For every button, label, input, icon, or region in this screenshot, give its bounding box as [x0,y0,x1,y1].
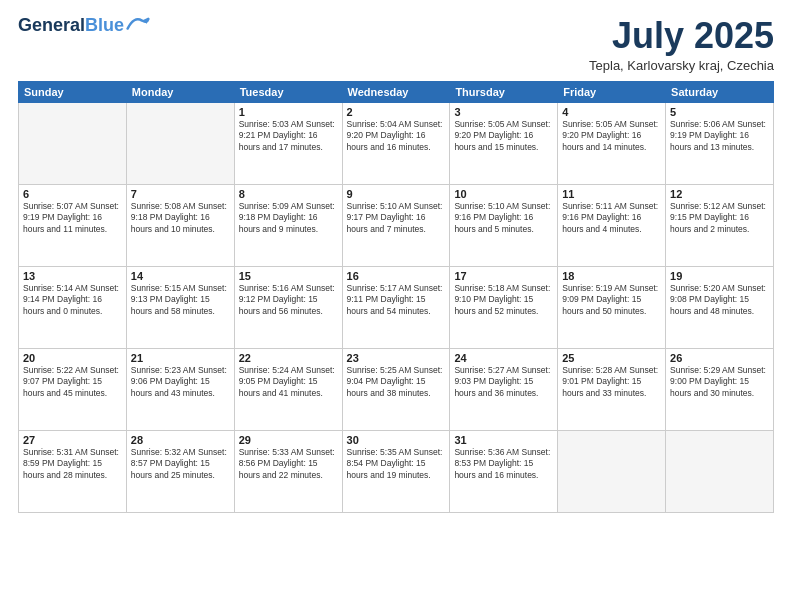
col-monday: Monday [126,81,234,102]
day-info: Sunrise: 5:08 AM Sunset: 9:18 PM Dayligh… [131,201,230,235]
calendar-cell: 9Sunrise: 5:10 AM Sunset: 9:17 PM Daylig… [342,184,450,266]
calendar-cell: 11Sunrise: 5:11 AM Sunset: 9:16 PM Dayli… [558,184,666,266]
day-info: Sunrise: 5:15 AM Sunset: 9:13 PM Dayligh… [131,283,230,317]
day-info: Sunrise: 5:07 AM Sunset: 9:19 PM Dayligh… [23,201,122,235]
calendar-cell: 2Sunrise: 5:04 AM Sunset: 9:20 PM Daylig… [342,102,450,184]
logo-icon [126,13,150,33]
day-info: Sunrise: 5:22 AM Sunset: 9:07 PM Dayligh… [23,365,122,399]
day-number: 29 [239,434,338,446]
calendar-cell: 14Sunrise: 5:15 AM Sunset: 9:13 PM Dayli… [126,266,234,348]
day-info: Sunrise: 5:09 AM Sunset: 9:18 PM Dayligh… [239,201,338,235]
day-number: 3 [454,106,553,118]
day-info: Sunrise: 5:17 AM Sunset: 9:11 PM Dayligh… [347,283,446,317]
col-tuesday: Tuesday [234,81,342,102]
calendar-cell: 27Sunrise: 5:31 AM Sunset: 8:59 PM Dayli… [19,430,127,512]
day-number: 16 [347,270,446,282]
day-info: Sunrise: 5:03 AM Sunset: 9:21 PM Dayligh… [239,119,338,153]
day-info: Sunrise: 5:28 AM Sunset: 9:01 PM Dayligh… [562,365,661,399]
day-number: 1 [239,106,338,118]
calendar-cell: 19Sunrise: 5:20 AM Sunset: 9:08 PM Dayli… [666,266,774,348]
day-info: Sunrise: 5:31 AM Sunset: 8:59 PM Dayligh… [23,447,122,481]
calendar-week-1: 1Sunrise: 5:03 AM Sunset: 9:21 PM Daylig… [19,102,774,184]
calendar-cell: 7Sunrise: 5:08 AM Sunset: 9:18 PM Daylig… [126,184,234,266]
calendar-table: Sunday Monday Tuesday Wednesday Thursday… [18,81,774,513]
day-number: 20 [23,352,122,364]
day-number: 12 [670,188,769,200]
calendar-cell: 16Sunrise: 5:17 AM Sunset: 9:11 PM Dayli… [342,266,450,348]
day-number: 15 [239,270,338,282]
day-number: 26 [670,352,769,364]
day-info: Sunrise: 5:19 AM Sunset: 9:09 PM Dayligh… [562,283,661,317]
calendar-cell: 21Sunrise: 5:23 AM Sunset: 9:06 PM Dayli… [126,348,234,430]
day-info: Sunrise: 5:10 AM Sunset: 9:16 PM Dayligh… [454,201,553,235]
calendar-cell: 5Sunrise: 5:06 AM Sunset: 9:19 PM Daylig… [666,102,774,184]
col-wednesday: Wednesday [342,81,450,102]
day-number: 25 [562,352,661,364]
col-sunday: Sunday [19,81,127,102]
day-number: 10 [454,188,553,200]
calendar-cell: 15Sunrise: 5:16 AM Sunset: 9:12 PM Dayli… [234,266,342,348]
calendar-week-5: 27Sunrise: 5:31 AM Sunset: 8:59 PM Dayli… [19,430,774,512]
calendar-week-4: 20Sunrise: 5:22 AM Sunset: 9:07 PM Dayli… [19,348,774,430]
calendar-cell [126,102,234,184]
calendar-cell [19,102,127,184]
title-block: July 2025 Tepla, Karlovarsky kraj, Czech… [589,16,774,73]
day-number: 28 [131,434,230,446]
calendar-cell: 25Sunrise: 5:28 AM Sunset: 9:01 PM Dayli… [558,348,666,430]
day-info: Sunrise: 5:27 AM Sunset: 9:03 PM Dayligh… [454,365,553,399]
calendar-cell: 23Sunrise: 5:25 AM Sunset: 9:04 PM Dayli… [342,348,450,430]
day-number: 17 [454,270,553,282]
day-number: 21 [131,352,230,364]
day-info: Sunrise: 5:24 AM Sunset: 9:05 PM Dayligh… [239,365,338,399]
day-info: Sunrise: 5:20 AM Sunset: 9:08 PM Dayligh… [670,283,769,317]
logo: GeneralBlue [18,16,150,36]
day-number: 30 [347,434,446,446]
day-number: 5 [670,106,769,118]
calendar-cell: 1Sunrise: 5:03 AM Sunset: 9:21 PM Daylig… [234,102,342,184]
calendar-cell: 20Sunrise: 5:22 AM Sunset: 9:07 PM Dayli… [19,348,127,430]
day-number: 2 [347,106,446,118]
col-thursday: Thursday [450,81,558,102]
calendar-week-3: 13Sunrise: 5:14 AM Sunset: 9:14 PM Dayli… [19,266,774,348]
day-info: Sunrise: 5:05 AM Sunset: 9:20 PM Dayligh… [454,119,553,153]
calendar-cell: 4Sunrise: 5:05 AM Sunset: 9:20 PM Daylig… [558,102,666,184]
calendar-cell [666,430,774,512]
header-row: Sunday Monday Tuesday Wednesday Thursday… [19,81,774,102]
day-info: Sunrise: 5:29 AM Sunset: 9:00 PM Dayligh… [670,365,769,399]
calendar-cell: 18Sunrise: 5:19 AM Sunset: 9:09 PM Dayli… [558,266,666,348]
day-number: 9 [347,188,446,200]
day-info: Sunrise: 5:23 AM Sunset: 9:06 PM Dayligh… [131,365,230,399]
logo-text: GeneralBlue [18,16,124,36]
page: GeneralBlue July 2025 Tepla, Karlovarsky… [0,0,792,612]
day-info: Sunrise: 5:25 AM Sunset: 9:04 PM Dayligh… [347,365,446,399]
day-number: 27 [23,434,122,446]
day-info: Sunrise: 5:11 AM Sunset: 9:16 PM Dayligh… [562,201,661,235]
day-number: 18 [562,270,661,282]
day-number: 11 [562,188,661,200]
day-info: Sunrise: 5:04 AM Sunset: 9:20 PM Dayligh… [347,119,446,153]
day-info: Sunrise: 5:14 AM Sunset: 9:14 PM Dayligh… [23,283,122,317]
day-info: Sunrise: 5:12 AM Sunset: 9:15 PM Dayligh… [670,201,769,235]
calendar-cell: 6Sunrise: 5:07 AM Sunset: 9:19 PM Daylig… [19,184,127,266]
calendar-cell: 26Sunrise: 5:29 AM Sunset: 9:00 PM Dayli… [666,348,774,430]
day-number: 22 [239,352,338,364]
day-number: 13 [23,270,122,282]
calendar-cell: 17Sunrise: 5:18 AM Sunset: 9:10 PM Dayli… [450,266,558,348]
day-info: Sunrise: 5:05 AM Sunset: 9:20 PM Dayligh… [562,119,661,153]
day-info: Sunrise: 5:16 AM Sunset: 9:12 PM Dayligh… [239,283,338,317]
day-number: 8 [239,188,338,200]
header: GeneralBlue July 2025 Tepla, Karlovarsky… [18,16,774,73]
day-info: Sunrise: 5:10 AM Sunset: 9:17 PM Dayligh… [347,201,446,235]
day-number: 19 [670,270,769,282]
col-friday: Friday [558,81,666,102]
calendar-cell: 3Sunrise: 5:05 AM Sunset: 9:20 PM Daylig… [450,102,558,184]
day-info: Sunrise: 5:36 AM Sunset: 8:53 PM Dayligh… [454,447,553,481]
calendar-cell: 22Sunrise: 5:24 AM Sunset: 9:05 PM Dayli… [234,348,342,430]
calendar-cell: 10Sunrise: 5:10 AM Sunset: 9:16 PM Dayli… [450,184,558,266]
day-info: Sunrise: 5:18 AM Sunset: 9:10 PM Dayligh… [454,283,553,317]
day-number: 14 [131,270,230,282]
calendar-cell: 12Sunrise: 5:12 AM Sunset: 9:15 PM Dayli… [666,184,774,266]
calendar-cell: 8Sunrise: 5:09 AM Sunset: 9:18 PM Daylig… [234,184,342,266]
day-number: 4 [562,106,661,118]
day-number: 23 [347,352,446,364]
